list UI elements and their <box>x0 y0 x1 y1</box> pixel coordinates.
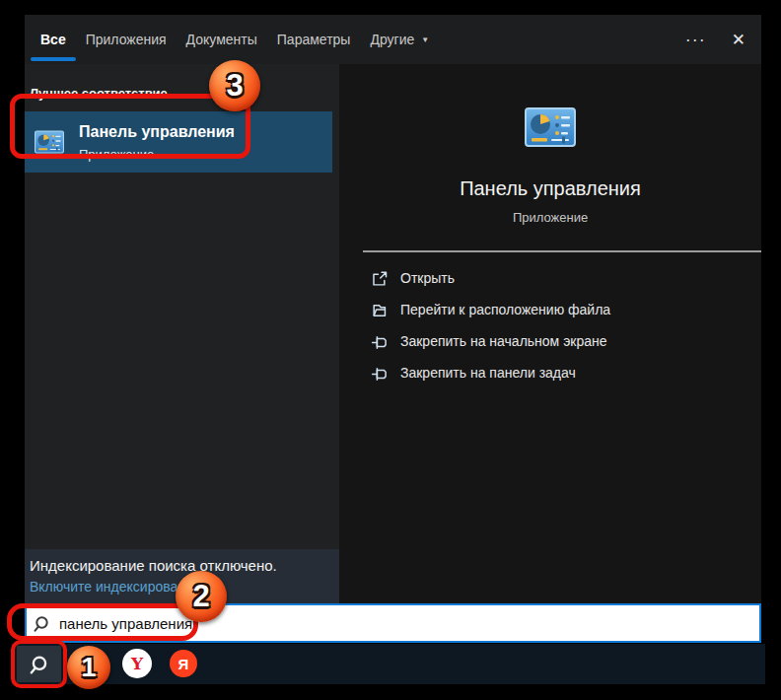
result-control-panel[interactable]: Панель управления Приложение <box>25 111 332 173</box>
search-filter-tabs: Все Приложения Документы Параметры Други… <box>31 15 439 64</box>
action-open-file-location[interactable]: Перейти к расположению файла <box>339 294 761 325</box>
tab-apps-label: Приложения <box>86 32 167 47</box>
tab-more[interactable]: Другие ▼ <box>360 15 439 64</box>
window-controls: ··· ✕ <box>685 15 746 64</box>
action-pin-to-start[interactable]: Закрепить на начальном экране <box>339 325 761 357</box>
pin-icon <box>370 332 388 350</box>
results-panel: Лучшее соответствие Панель управления Пр… <box>25 64 339 603</box>
preview-subtitle: Приложение <box>513 210 588 225</box>
best-match-header: Лучшее соответствие <box>30 86 168 101</box>
chevron-down-icon: ▼ <box>421 35 429 44</box>
action-pin-to-taskbar[interactable]: Закрепить на панели задач <box>339 357 761 388</box>
text-caret <box>193 614 195 633</box>
tab-documents[interactable]: Документы <box>177 15 267 64</box>
enable-indexing-link[interactable]: Включите индексирование <box>30 579 201 595</box>
control-panel-icon-large <box>525 107 576 147</box>
control-panel-icon <box>35 130 64 154</box>
pin-icon <box>370 364 388 382</box>
yandex-browser-icon[interactable]: Y <box>122 649 152 678</box>
search-icon <box>30 655 49 674</box>
tab-settings-label: Параметры <box>277 32 351 47</box>
search-input[interactable]: панель управления <box>25 603 761 643</box>
search-header: Все Приложения Документы Параметры Други… <box>25 15 761 64</box>
action-list: Открыть Перейти к расположению файла Зак… <box>339 262 761 388</box>
search-icon <box>34 615 50 632</box>
tab-settings[interactable]: Параметры <box>267 15 361 64</box>
close-icon[interactable]: ✕ <box>732 30 746 50</box>
tab-apps[interactable]: Приложения <box>76 15 177 64</box>
divider <box>363 250 761 252</box>
action-open[interactable]: Открыть <box>339 262 761 294</box>
result-subtitle: Приложение <box>79 147 235 162</box>
result-title: Панель управления <box>79 123 235 141</box>
tab-all-label: Все <box>40 32 66 47</box>
indexing-message: Индексирование поиска отключено. <box>30 557 277 574</box>
taskbar-search-button[interactable] <box>17 646 61 682</box>
search-input-value: панель управления <box>59 615 192 632</box>
yandex-icon[interactable]: Я <box>170 650 197 677</box>
indexing-banner: Индексирование поиска отключено. Включит… <box>25 549 339 603</box>
preview-title: Панель управления <box>460 177 641 200</box>
tab-more-label: Другие <box>370 32 414 47</box>
open-in-new-icon <box>370 269 388 287</box>
taskbar: Y Я <box>12 644 765 684</box>
search-flyout-window: Все Приложения Документы Параметры Други… <box>25 15 761 643</box>
more-options-icon[interactable]: ··· <box>685 35 706 44</box>
folder-location-icon <box>370 301 388 318</box>
preview-panel: Панель управления Приложение Открыть Пер… <box>339 64 761 603</box>
tab-all[interactable]: Все <box>31 15 76 64</box>
tab-documents-label: Документы <box>186 32 257 47</box>
